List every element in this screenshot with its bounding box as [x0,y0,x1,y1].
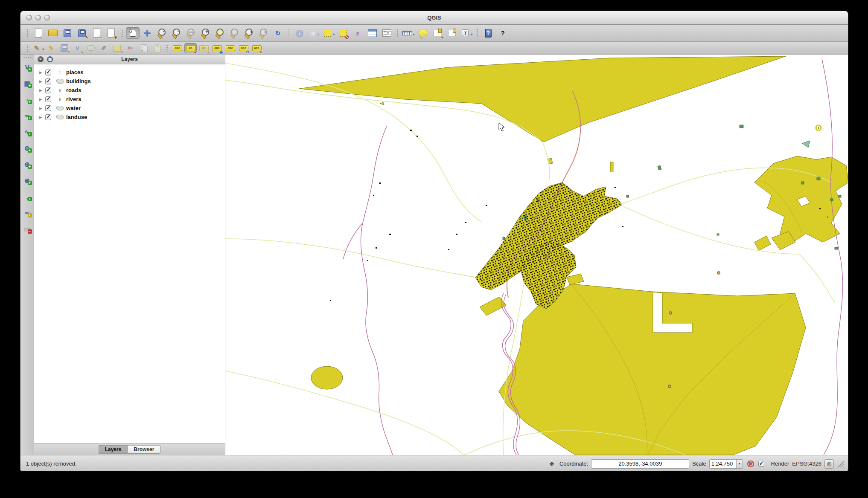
save-layer-edits-button[interactable]: ✎ [58,43,70,53]
add-vector-layer-button[interactable]: V + [21,61,33,73]
zoom-out-button[interactable]: − [169,27,183,39]
layer-visibility-checkbox[interactable] [45,78,51,84]
expand-arrow-icon[interactable] [39,70,45,75]
expand-arrow-icon[interactable] [39,106,45,110]
close-button[interactable] [26,15,32,20]
layer-visibility-checkbox[interactable] [45,69,51,75]
new-bookmark-button[interactable]: ✳ [431,27,444,39]
layer-item-rivers[interactable]: rivers [34,95,225,104]
zoom-next-button[interactable]: ▸ [256,27,270,39]
layer-item-places[interactable]: places [34,68,225,77]
zoom-to-layer-button[interactable] [227,27,241,39]
coordinate-input[interactable] [591,459,689,469]
layer-visibility-checkbox[interactable] [45,105,51,111]
render-checkbox[interactable] [758,461,764,467]
zoom-full-button[interactable]: ✛ [198,27,212,39]
scale-combo [709,459,743,469]
layer-item-roads[interactable]: roads [34,86,225,95]
scale-dropdown-button[interactable] [736,459,743,469]
new-print-composer-button[interactable]: ✳ [90,27,103,39]
add-postgis-layer-button[interactable]: ◖ + [21,93,33,105]
layer-item-buildings[interactable]: buildings [34,77,225,86]
move-feature-button[interactable]: → [84,43,97,53]
measure-button[interactable] [402,27,415,39]
node-tool-button[interactable]: ✐ [98,43,110,53]
add-oracle-layer-button[interactable]: ⊚ + [21,142,33,154]
zoom-in-button[interactable]: + [155,27,169,39]
open-project-button[interactable] [46,27,60,39]
new-project-button[interactable] [32,27,45,39]
move-label-button[interactable]: abc → [224,43,236,53]
add-raster-layer-button[interactable]: ▦ + [21,77,33,89]
expand-arrow-icon[interactable] [39,88,45,93]
zoom-to-selection-button[interactable] [213,27,227,39]
delete-selected-button[interactable]: × [111,43,123,53]
toggle-editing-pencil-icon: ✎ [46,43,56,53]
help-contents-button[interactable]: ? [481,27,495,39]
refresh-button[interactable]: ↻ [271,27,285,39]
field-calculator-button[interactable] [380,27,393,39]
add-delimited-text-layer-button[interactable]: , + [21,191,33,203]
coordinate-toggle-button[interactable]: ❖ [547,459,556,469]
crs-status-button[interactable]: ◎ [824,459,834,469]
expand-arrow-icon[interactable] [39,115,45,119]
tab-browser[interactable]: Browser [128,445,160,454]
highlight-pinned-labels-button[interactable]: ab ● [198,43,210,53]
labeling-button[interactable]: abc [171,43,184,53]
title-bar[interactable]: QGIS [20,11,848,25]
layer-label: water [66,105,81,111]
deselect-features-button[interactable]: ⊘ [336,27,350,39]
tab-layers[interactable]: Layers [99,445,128,454]
current-edits-button[interactable]: ✎ [32,43,44,53]
identify-button[interactable]: i [293,27,306,39]
zoom-last-button[interactable]: ◂ [242,27,256,39]
scale-input[interactable] [710,460,736,468]
minimize-button[interactable] [35,15,41,20]
select-by-expression-button[interactable]: ε [351,27,364,39]
remove-layer-button[interactable]: ▭ − [21,223,33,235]
resize-grip[interactable] [837,461,844,468]
select-features-button[interactable] [322,27,335,39]
save-project-button[interactable] [61,27,74,39]
layer-label: buildings [66,78,91,84]
whats-this-button[interactable]: ? [496,27,510,39]
show-hide-labels-button[interactable]: abc ◉ [211,43,223,53]
add-wfs-layer-button[interactable]: ⊛ + [21,174,33,186]
add-mssql-layer-button[interactable]: ∿ + [21,126,33,138]
pan-to-selection-button[interactable] [140,27,154,39]
zoom-button[interactable] [44,15,50,20]
new-shapefile-layer-button[interactable]: ✒ + [21,207,33,219]
layer-item-landuse[interactable]: landuse [34,113,225,122]
attribute-table-button[interactable] [365,27,379,39]
layer-item-water[interactable]: water [34,104,225,113]
toggle-editing-button[interactable]: ✎ [45,43,57,53]
text-annotation-button[interactable]: T [460,27,473,39]
add-spatialite-layer-button[interactable]: ✒ + [21,110,33,122]
composer-manager-button[interactable]: ✱ [104,27,118,39]
pin-labels-button[interactable]: ab ● [184,43,197,53]
zoom-to-layer-icon [229,28,239,38]
rotate-label-button[interactable]: abc ↻ [237,43,250,53]
layer-visibility-checkbox[interactable] [45,96,51,102]
change-label-button[interactable]: abc ✎ [250,43,263,53]
expand-arrow-icon[interactable] [39,97,45,101]
save-project-as-button[interactable]: ✎ [75,27,89,39]
pan-map-button[interactable] [126,27,140,39]
toolbar-handle[interactable] [23,56,32,58]
map-canvas[interactable] [225,55,848,455]
add-wms-layer-button[interactable]: ⊕ + [21,158,33,170]
layer-visibility-checkbox[interactable] [45,114,51,120]
feature-action-button[interactable]: ✱ [307,27,321,39]
zoom-native-button[interactable]: 1:1 [184,27,198,39]
map-tips-button[interactable] [416,27,430,39]
cut-features-button[interactable]: ✂ [124,43,137,53]
add-feature-button[interactable]: ∨ ✳ [71,43,84,53]
copy-features-button[interactable] [137,43,150,53]
layers-panel-header: × ▣ Layers [34,55,225,64]
layer-visibility-checkbox[interactable] [45,87,51,93]
expand-arrow-icon[interactable] [39,79,45,84]
paste-features-button[interactable] [151,43,163,53]
map-tips-balloon-icon [418,28,428,38]
stop-render-button[interactable]: ✎ [746,459,755,469]
show-bookmarks-button[interactable] [445,27,459,39]
